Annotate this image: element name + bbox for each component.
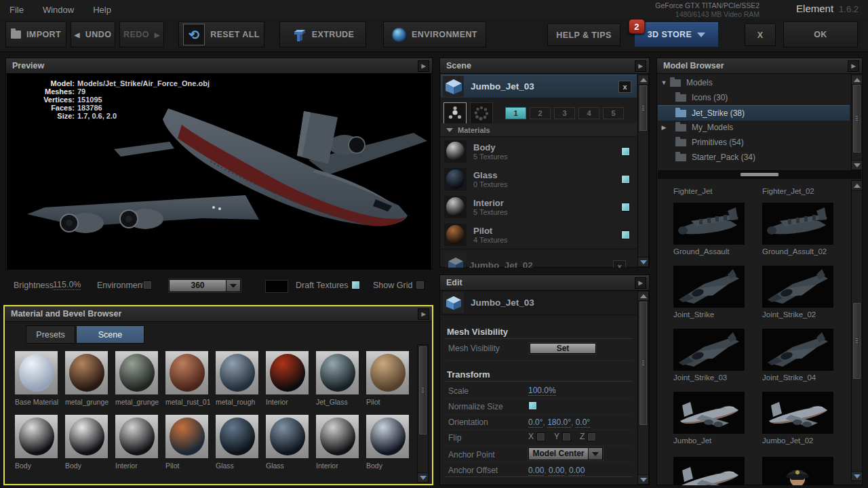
material-cell[interactable]: Glass bbox=[266, 415, 309, 470]
scene-item-jumbo-jet-02-partial[interactable]: Jumbo_Jet_02 x bbox=[441, 252, 637, 268]
material-cell[interactable]: metal_rough bbox=[216, 351, 258, 406]
tree-item-models[interactable]: ▼Models bbox=[658, 75, 850, 90]
tree-item-primitives-54-[interactable]: Primitives (54) bbox=[658, 135, 850, 150]
scene-expand-icon[interactable]: ▶ bbox=[635, 60, 646, 72]
environment-button[interactable]: ENVIRONMENT bbox=[383, 22, 486, 47]
material-group-5[interactable]: 5 bbox=[603, 107, 624, 119]
material-scroll-down-icon[interactable] bbox=[418, 472, 428, 482]
scene-scroll-up-icon[interactable] bbox=[638, 75, 648, 85]
brightness-value[interactable]: 115.0% bbox=[53, 281, 81, 290]
tree-item-starter-pack-34-[interactable]: Starter_Pack (34) bbox=[658, 150, 850, 165]
help-tips-button[interactable]: HELP & TIPS bbox=[547, 24, 620, 46]
flip-checkbox-x[interactable] bbox=[536, 432, 545, 441]
model-thumb-fighter_jet_02[interactable]: Fighter_Jet_02 bbox=[762, 184, 833, 195]
reset-all-button[interactable]: ⟲ RESET ALL bbox=[178, 22, 264, 47]
panel-splitter[interactable] bbox=[658, 170, 861, 179]
tab-presets[interactable]: Presets bbox=[26, 325, 75, 344]
undo-button[interactable]: ◀ UNDO bbox=[71, 22, 115, 47]
scale-value[interactable]: 100.0% bbox=[528, 386, 556, 396]
edit-item-row[interactable]: Jumbo_Jet_03 bbox=[441, 291, 637, 315]
material-group-2[interactable]: 2 bbox=[530, 107, 551, 119]
material-cell[interactable]: Interior bbox=[115, 415, 158, 470]
scene-material-row-glass[interactable]: Glass0 Textures bbox=[441, 165, 637, 194]
scene-scrollbar[interactable] bbox=[637, 75, 649, 267]
scene-item-remove-button[interactable]: x bbox=[618, 81, 631, 93]
material-cell[interactable]: metal_rust_01 bbox=[165, 351, 208, 406]
background-color-swatch[interactable] bbox=[266, 281, 288, 292]
rotation-mode-button[interactable] bbox=[470, 102, 493, 124]
scene-item-remove-button[interactable]: x bbox=[613, 260, 626, 268]
edit-scroll-up-icon[interactable] bbox=[638, 291, 648, 301]
rotation-dropdown[interactable]: 360 bbox=[169, 279, 241, 292]
scene-material-row-body[interactable]: Body5 Textures bbox=[441, 138, 637, 166]
anchor-offset-value-1[interactable]: 0.00 bbox=[549, 466, 564, 476]
model-thumb-jumbo_jet_02[interactable]: Jumbo_Jet_02 bbox=[762, 392, 833, 445]
materials-section-header[interactable]: Materials bbox=[441, 123, 637, 137]
orientation-value-1[interactable]: 180.0° bbox=[547, 418, 571, 428]
material-browser-scrollbar[interactable] bbox=[417, 344, 429, 483]
orientation-value-0[interactable]: 0.0° bbox=[528, 418, 542, 428]
tree-scrollbar[interactable] bbox=[851, 75, 863, 170]
tree-item-icons-30-[interactable]: Icons (30) bbox=[658, 90, 850, 105]
model-thumb-joint_strike_02[interactable]: Joint_Strike_02 bbox=[762, 266, 833, 319]
material-group-1[interactable]: 1 bbox=[505, 107, 526, 119]
redo-button[interactable]: REDO ▶ bbox=[119, 22, 164, 47]
material-cell[interactable]: Body bbox=[366, 415, 409, 470]
expand-icon[interactable]: ▶ bbox=[658, 124, 670, 131]
model-thumb-partial[interactable] bbox=[762, 457, 833, 485]
show-grid-checkbox[interactable] bbox=[416, 281, 425, 289]
material-cell[interactable]: Interior bbox=[316, 415, 359, 470]
model-thumb-jumbo_jet[interactable]: Jumbo_Jet bbox=[673, 392, 745, 445]
material-cell[interactable]: Jet_Glass bbox=[316, 351, 359, 406]
material-cell[interactable]: Glass bbox=[216, 415, 258, 470]
model-thumb-ground_assault[interactable]: Ground_Assault bbox=[673, 203, 745, 256]
scene-scrollbar-thumb[interactable] bbox=[639, 85, 647, 131]
scene-scroll-down-icon[interactable] bbox=[638, 257, 648, 266]
scene-item-jumbo-jet-03[interactable]: Jumbo_Jet_03 x bbox=[441, 75, 637, 98]
draft-textures-checkbox[interactable] bbox=[351, 281, 360, 289]
material-cell[interactable]: Body bbox=[65, 415, 108, 470]
material-group-4[interactable]: 4 bbox=[578, 107, 599, 119]
scene-material-row-interior[interactable]: Interior5 Textures bbox=[441, 193, 637, 222]
menu-item-help[interactable]: Help bbox=[83, 5, 121, 15]
flip-checkbox-y[interactable] bbox=[562, 432, 571, 441]
orientation-value-2[interactable]: 0.0° bbox=[576, 418, 590, 428]
material-cell[interactable]: Pilot bbox=[366, 351, 409, 406]
material-cell[interactable]: metal_grunge bbox=[115, 351, 158, 406]
material-group-3[interactable]: 3 bbox=[554, 107, 575, 119]
thumbnails-scrollbar[interactable] bbox=[851, 180, 863, 481]
anchor-offset-value-0[interactable]: 0.00 bbox=[528, 466, 544, 476]
material-visible-checkbox[interactable] bbox=[621, 147, 630, 156]
import-button[interactable]: IMPORT bbox=[5, 22, 66, 47]
3d-store-button[interactable]: 2 3D STORE bbox=[634, 22, 719, 47]
mesh-visibility-set-button[interactable]: Set bbox=[530, 343, 596, 354]
extrude-button[interactable]: EXTRUDE bbox=[279, 22, 366, 47]
edit-scrollbar[interactable] bbox=[637, 291, 649, 485]
menu-item-window[interactable]: Window bbox=[33, 5, 83, 15]
material-visible-checkbox[interactable] bbox=[621, 203, 630, 211]
model-thumb-fighter_jet[interactable]: Fighter_Jet bbox=[673, 184, 745, 195]
model-thumb-joint_strike_04[interactable]: Joint_Strike_04 bbox=[762, 329, 833, 382]
model-browser-expand-icon[interactable]: ▶ bbox=[848, 60, 859, 72]
ok-button[interactable]: OK bbox=[783, 22, 858, 47]
model-thumb-partial[interactable] bbox=[673, 457, 745, 485]
edit-scrollbar-thumb[interactable] bbox=[639, 302, 647, 425]
normalize-size-checkbox[interactable] bbox=[528, 401, 537, 410]
anchor-offset-value-2[interactable]: 0.00 bbox=[569, 466, 585, 476]
model-thumb-ground_assult_02[interactable]: Ground_Assult_02 bbox=[762, 203, 833, 256]
tree-item-jet-strike-38-[interactable]: Jet_Strike (38) bbox=[658, 105, 850, 121]
material-browser-expand-icon[interactable]: ▶ bbox=[418, 308, 429, 320]
flip-checkbox-z[interactable] bbox=[587, 432, 596, 441]
environment-checkbox[interactable] bbox=[143, 281, 152, 289]
material-visible-checkbox[interactable] bbox=[621, 230, 630, 239]
tab-scene[interactable]: Scene bbox=[76, 325, 144, 344]
material-cell[interactable]: Pilot bbox=[165, 415, 208, 470]
preview-3d-viewport[interactable]: Model:Models/Jet_Strike/Air_Force_One.ob… bbox=[7, 73, 431, 270]
material-visible-checkbox[interactable] bbox=[621, 175, 630, 184]
material-scrollbar-thumb[interactable] bbox=[419, 346, 427, 434]
model-thumb-joint_strike[interactable]: Joint_Strike bbox=[673, 266, 745, 319]
thumbnails-scroll-down-icon[interactable] bbox=[852, 471, 862, 481]
material-cell[interactable]: Body bbox=[15, 415, 58, 470]
edit-scroll-down-icon[interactable] bbox=[638, 474, 648, 484]
preview-expand-icon[interactable]: ▶ bbox=[418, 60, 429, 72]
